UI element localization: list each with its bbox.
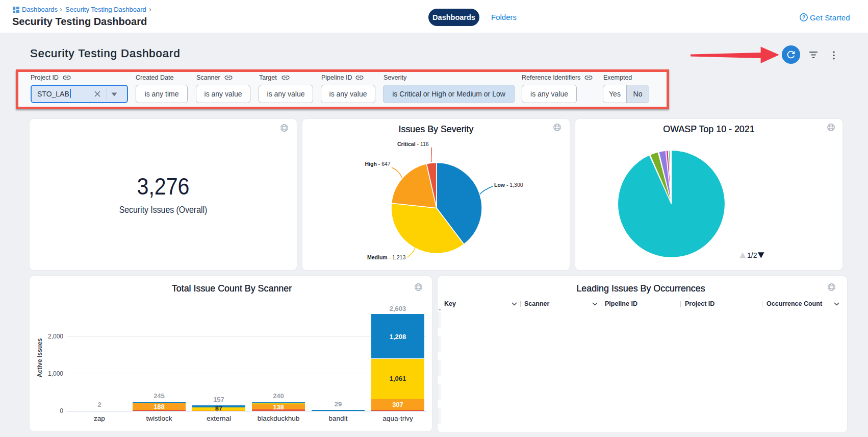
svg-text:?: ? xyxy=(802,15,805,20)
